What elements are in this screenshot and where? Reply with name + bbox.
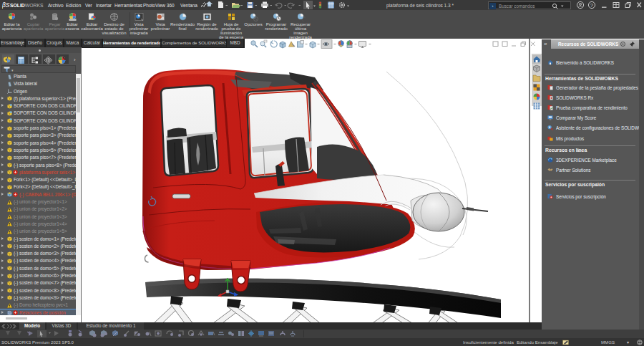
svg-text:?: ? [590,2,593,9]
svg-text:βS: βS [2,1,10,9]
svg-text:SOLIDWORKS: SOLIDWORKS [10,3,44,8]
